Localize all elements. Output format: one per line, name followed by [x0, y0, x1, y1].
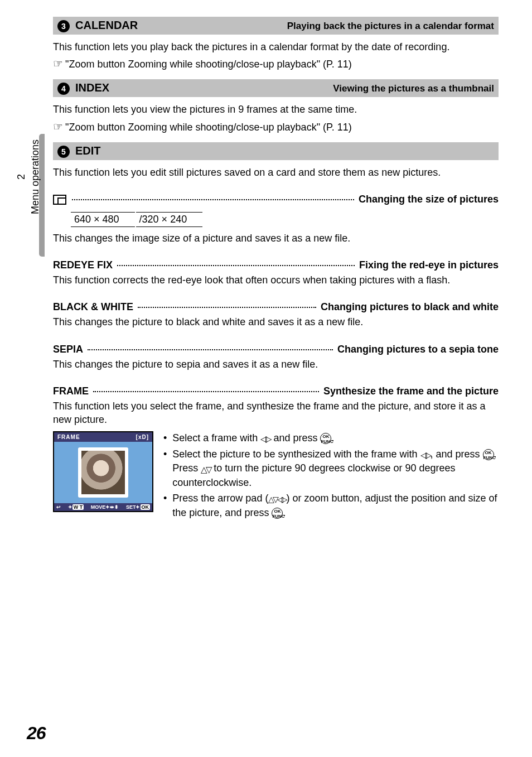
size-option: 640 × 480 [71, 212, 135, 227]
frame-ui-thumbnail: FRAME [xD] ↩ ✦W T MOVE✦⬌⬍ SET✦OK [53, 431, 153, 512]
leader-dots [138, 307, 316, 308]
feature-body: This changes the image size of a picture… [53, 232, 499, 245]
side-tab: 2 Menu operations [0, 139, 45, 214]
zoom-wt-label: W T [72, 504, 84, 510]
set-label: SET✦ [126, 504, 141, 510]
frame-ui-card-icon: [xD] [136, 434, 149, 440]
feature-body: This changes the picture to sepia and sa… [53, 358, 499, 371]
feature-body: This function corrects the red-eye look … [53, 273, 499, 287]
leader-dots [117, 265, 355, 266]
move-label: MOVE✦⬌⬍ [91, 504, 119, 510]
section-subtitle: Viewing the pictures as a thumbnail [333, 83, 494, 94]
frame-ui-footer: ↩ ✦W T MOVE✦⬌⬍ SET✦OK [54, 503, 152, 511]
pointer-icon [53, 122, 65, 133]
section-body: This function lets you play back the pic… [53, 40, 499, 54]
back-icon: ↩ [56, 504, 61, 510]
frame-instructions: Select a frame with and press OK FUNC. S… [161, 431, 499, 522]
arrow-up-down-icon [201, 462, 211, 476]
feature-row-redeye: REDEYE FIX Fixing the red-eye in picture… [53, 259, 499, 271]
cross-reference: "Zoom button Zooming while shooting/clos… [53, 57, 499, 70]
feature-body: This function lets you select the frame,… [53, 399, 499, 427]
frame-ui-titlebar: FRAME [xD] [54, 432, 152, 442]
arrow-left-right-icon [420, 448, 431, 461]
feature-row-sepia: SEPIA Changing pictures to a sepia tone [53, 344, 499, 355]
feature-row-frame: FRAME Synthesize the frame and the pictu… [53, 385, 499, 397]
feature-row-bw: BLACK & WHITE Changing pictures to black… [53, 301, 499, 313]
feature-tail: Synthesize the frame and the picture [323, 385, 499, 397]
ok-func-icon: OK FUNC [483, 449, 494, 460]
pointer-icon [53, 59, 65, 70]
section-subtitle: Playing back the pictures in a calendar … [287, 21, 494, 32]
feature-tail: Fixing the red-eye in pictures [359, 259, 499, 271]
feature-lead: SEPIA [53, 344, 83, 355]
feature-body: This changes the picture to black and wh… [53, 315, 499, 329]
section-title: EDIT [75, 144, 101, 157]
feature-lead [53, 194, 67, 205]
size-option: /320 × 240 [136, 212, 203, 227]
section-header-edit: 5 EDIT [53, 142, 499, 160]
chapter-number: 2 [16, 174, 27, 180]
feature-lead: FRAME [53, 385, 89, 397]
ok-label: OK [141, 504, 151, 510]
frame-example-block: FRAME [xD] ↩ ✦W T MOVE✦⬌⬍ SET✦OK Select … [53, 431, 499, 522]
cross-reference: "Zoom button Zooming while shooting/clos… [53, 120, 499, 133]
arrow-left-right-icon [260, 432, 270, 445]
leader-dots [72, 199, 354, 200]
size-options-table: 640 × 480 /320 × 240 [70, 211, 204, 228]
leader-dots [88, 349, 333, 350]
page-number: 26 [27, 723, 46, 744]
section-body: This function lets you edit still pictur… [53, 166, 499, 179]
section-number-icon: 5 [57, 146, 70, 158]
section-header-index: 4 INDEX Viewing the pictures as a thumbn… [53, 79, 499, 97]
feature-lead: REDEYE FIX [53, 259, 113, 271]
section-title: INDEX [75, 81, 109, 94]
chapter-label: Menu operations [30, 139, 41, 214]
section-header-calendar: 3 CALENDAR Playing back the pictures in … [53, 17, 499, 35]
instruction-step: Select the picture to be synthesized wit… [161, 447, 499, 489]
frame-ui-title: FRAME [57, 434, 80, 440]
section-number-icon: 4 [57, 83, 70, 95]
feature-lead: BLACK & WHITE [53, 301, 133, 313]
feature-tail: Changing pictures to a sepia tone [337, 344, 499, 355]
section-body: This function lets you view the pictures… [53, 103, 499, 116]
leader-dots [93, 391, 319, 392]
feature-tail: Changing the size of pictures [359, 194, 499, 205]
frame-ui-picture [78, 447, 128, 498]
instruction-step: Press the arrow pad () or zoom button, a… [161, 491, 499, 519]
ok-func-icon: OK FUNC [320, 433, 331, 444]
resize-icon [53, 195, 66, 205]
feature-tail: Changing pictures to black and white [321, 301, 499, 313]
feature-row-resize: Changing the size of pictures [53, 194, 499, 205]
frame-ui-preview [54, 442, 152, 503]
ok-func-icon: OK FUNC [272, 508, 283, 519]
section-title: CALENDAR [75, 19, 138, 32]
arrow-pad-icon [268, 492, 286, 505]
instruction-step: Select a frame with and press OK FUNC. [161, 431, 499, 445]
section-number-icon: 3 [57, 20, 70, 32]
